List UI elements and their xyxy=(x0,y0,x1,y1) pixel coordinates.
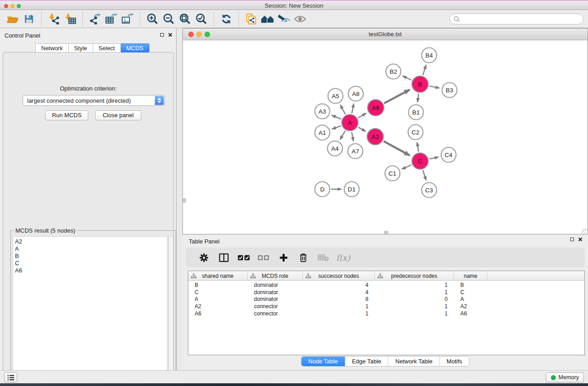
graph-node-B4[interactable]: B4 xyxy=(422,48,437,63)
export-table-button[interactable] xyxy=(103,11,120,27)
table-row[interactable]: Bdominator41B xyxy=(188,282,584,289)
save-session-button[interactable] xyxy=(21,11,37,27)
result-item[interactable]: A xyxy=(15,245,167,253)
column-header-predecessor-nodes[interactable]: predecessor nodes xyxy=(375,271,454,281)
result-item[interactable]: A2 xyxy=(15,238,167,245)
zoom-selected-button[interactable] xyxy=(193,11,210,27)
clone-network-button[interactable] xyxy=(243,11,259,27)
float-table-panel-icon[interactable] xyxy=(570,238,574,241)
run-mcds-button[interactable]: Run MCDS xyxy=(45,110,88,120)
tab-edge-table[interactable]: Edge Table xyxy=(344,357,388,366)
mcds-result-list[interactable]: A2ABCA6 xyxy=(13,236,167,383)
close-table-panel-icon[interactable] xyxy=(578,237,583,242)
criterion-select[interactable]: largest connected component (directed) xyxy=(23,95,165,106)
houses-button[interactable] xyxy=(259,11,276,27)
column-header-shared-name[interactable]: shared name xyxy=(188,271,248,281)
graph-edge-A-A1[interactable] xyxy=(332,126,341,129)
delete-table-button[interactable] xyxy=(313,249,333,266)
tab-network-table[interactable]: Network Table xyxy=(388,357,439,366)
task-history-button[interactable] xyxy=(4,372,17,382)
graph-node-A4[interactable]: A4 xyxy=(328,141,343,156)
graph-node-C3[interactable]: C3 xyxy=(422,183,437,198)
import-table-button[interactable] xyxy=(62,11,78,27)
export-image-button[interactable] xyxy=(120,11,136,27)
tab-node-table[interactable]: Node Table xyxy=(301,357,345,366)
graph-edge-A-A5[interactable] xyxy=(340,105,345,114)
float-panel-icon[interactable] xyxy=(160,33,164,37)
import-network-button[interactable] xyxy=(46,11,62,27)
tab-select[interactable]: Select xyxy=(93,43,121,52)
graph-edge-B-B2[interactable] xyxy=(402,76,411,80)
graph-node-A6[interactable]: A6 xyxy=(368,100,384,116)
graph-node-C[interactable]: C xyxy=(412,153,428,169)
table-row[interactable]: A2connector11A2 xyxy=(188,303,584,310)
result-list-scrollbar[interactable] xyxy=(168,236,173,383)
graph-node-B3[interactable]: B3 xyxy=(442,83,457,98)
column-header-name[interactable]: name xyxy=(454,271,488,281)
table-row[interactable]: A6connector11A6 xyxy=(188,310,584,318)
graph-node-D[interactable]: D xyxy=(315,182,330,197)
column-header-successor-nodes[interactable]: successor nodes xyxy=(303,271,375,281)
graph-node-B1[interactable]: B1 xyxy=(409,105,424,120)
graph-edge-A-A6[interactable] xyxy=(358,113,366,118)
graph-node-C4[interactable]: C4 xyxy=(441,148,456,162)
zoom-fit-button[interactable] xyxy=(177,11,193,27)
window-resize-grip[interactable] xyxy=(582,228,588,234)
memory-button[interactable]: Memory xyxy=(546,372,584,382)
table-row[interactable]: Adominator80A xyxy=(188,296,584,303)
zoom-in-button[interactable] xyxy=(144,11,161,27)
column-header-mcds-role[interactable]: MCDS role xyxy=(248,271,303,281)
open-file-button[interactable] xyxy=(5,11,21,27)
graph-edge-B-B1[interactable] xyxy=(417,94,419,102)
show-hide-details-button[interactable] xyxy=(276,11,292,27)
add-column-button[interactable] xyxy=(273,249,293,266)
close-panel-icon[interactable] xyxy=(168,33,172,37)
graph-node-B[interactable]: B xyxy=(412,76,428,92)
graph-edge-A-A7[interactable] xyxy=(352,132,354,141)
tab-motifs[interactable]: Motifs xyxy=(439,357,469,366)
zoom-out-button[interactable] xyxy=(161,11,177,27)
tab-mcds[interactable]: MCDS xyxy=(121,43,149,52)
refresh-view-button[interactable] xyxy=(218,11,234,27)
search-box[interactable] xyxy=(449,14,583,24)
table-settings-button[interactable] xyxy=(194,249,214,266)
table-row[interactable]: Cdominator41C xyxy=(188,289,584,296)
graph-node-A8[interactable]: A8 xyxy=(349,86,363,101)
function-builder-button[interactable]: f(x) xyxy=(333,249,353,266)
graph-node-A3[interactable]: A3 xyxy=(315,104,330,119)
graph-edge-C-C1[interactable] xyxy=(402,165,411,169)
graph-node-C2[interactable]: C2 xyxy=(408,125,423,140)
close-panel-button[interactable]: Close panel xyxy=(95,110,141,120)
graph-edge-B-B3[interactable] xyxy=(430,86,440,88)
graph-node-A[interactable]: A xyxy=(342,114,358,131)
graph-edge-A-A3[interactable] xyxy=(332,115,341,119)
graph-node-A1[interactable]: A1 xyxy=(315,125,330,140)
graph-node-B2[interactable]: B2 xyxy=(386,64,401,79)
result-item[interactable]: A6 xyxy=(15,267,167,274)
graph-edge-C-C3[interactable] xyxy=(423,170,426,180)
delete-column-button[interactable] xyxy=(293,249,313,266)
tab-style[interactable]: Style xyxy=(69,43,93,52)
graph-edge-C-C2[interactable] xyxy=(417,142,418,152)
graph-edge-C-C4[interactable] xyxy=(429,157,439,159)
preview-eye-button[interactable] xyxy=(292,11,308,27)
result-item[interactable]: B xyxy=(15,253,167,260)
unselect-all-columns-button[interactable] xyxy=(253,249,273,266)
graph-edge-A6-B[interactable] xyxy=(384,90,410,103)
graph-node-C1[interactable]: C1 xyxy=(385,166,400,181)
export-network-button[interactable] xyxy=(87,11,103,27)
graph-edge-A-A2[interactable] xyxy=(358,127,366,131)
horizontal-scrollbar-thumb[interactable] xyxy=(384,231,388,234)
graph-node-A7[interactable]: A7 xyxy=(348,144,363,159)
graph-node-A5[interactable]: A5 xyxy=(328,89,343,104)
graph-edge-A-A8[interactable] xyxy=(352,104,354,113)
show-column-button[interactable] xyxy=(214,249,234,266)
graph-edge-A2-C[interactable] xyxy=(383,141,410,155)
search-input[interactable] xyxy=(462,14,583,24)
graph-edge-B-B4[interactable] xyxy=(423,65,426,75)
graph-node-A2[interactable]: A2 xyxy=(367,129,383,145)
graph-edge-A-A4[interactable] xyxy=(340,131,345,139)
select-stepper-icon[interactable] xyxy=(155,96,164,105)
graph-node-D1[interactable]: D1 xyxy=(344,182,359,197)
select-all-columns-button[interactable] xyxy=(234,249,253,266)
